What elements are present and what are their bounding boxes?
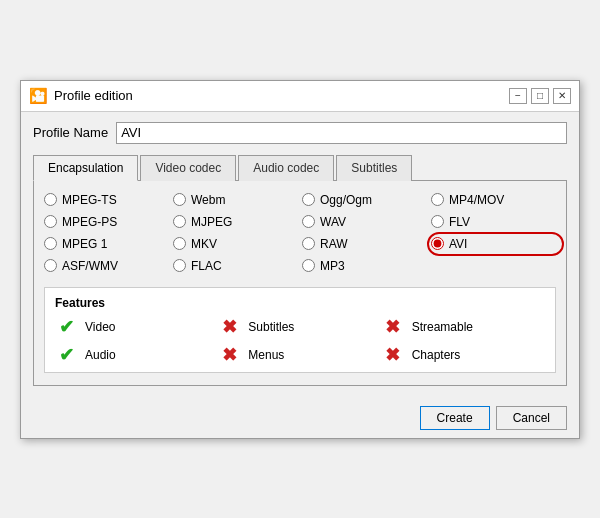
radio-mpeg-ps[interactable]: MPEG-PS <box>44 215 169 229</box>
radio-ogg-ogm[interactable]: Ogg/Ogm <box>302 193 427 207</box>
features-title: Features <box>55 296 545 310</box>
title-bar: 🎦 Profile edition − □ ✕ <box>21 81 579 112</box>
feature-subtitles: ✖ Subtitles <box>218 318 381 336</box>
title-buttons: − □ ✕ <box>509 88 571 104</box>
radio-flv[interactable]: FLV <box>431 215 556 229</box>
profile-name-row: Profile Name <box>33 122 567 144</box>
app-icon: 🎦 <box>29 87 48 105</box>
tab-subtitles[interactable]: Subtitles <box>336 155 412 181</box>
feature-streamable-label: Streamable <box>412 320 473 334</box>
radio-mp4-mov[interactable]: MP4/MOV <box>431 193 556 207</box>
profile-name-label: Profile Name <box>33 125 108 140</box>
main-content: Profile Name Encapsulation Video codec A… <box>21 112 579 396</box>
radio-mkv[interactable]: MKV <box>173 237 298 251</box>
radio-mjpeg[interactable]: MJPEG <box>173 215 298 229</box>
cross-icon: ✖ <box>218 346 240 364</box>
encapsulation-radio-grid: MPEG-TS Webm Ogg/Ogm MP4/MOV MPEG-PS <box>44 193 556 273</box>
feature-menus: ✖ Menus <box>218 346 381 364</box>
feature-streamable: ✖ Streamable <box>382 318 545 336</box>
tabs-header: Encapsulation Video codec Audio codec Su… <box>33 154 567 181</box>
radio-mpeg1[interactable]: MPEG 1 <box>44 237 169 251</box>
feature-video: ✔ Video <box>55 318 218 336</box>
cross-icon: ✖ <box>218 318 240 336</box>
empty-cell <box>431 259 556 273</box>
radio-asf-wmv[interactable]: ASF/WMV <box>44 259 169 273</box>
encapsulation-panel: MPEG-TS Webm Ogg/Ogm MP4/MOV MPEG-PS <box>33 181 567 386</box>
feature-audio-label: Audio <box>85 348 116 362</box>
features-box: Features ✔ Video ✖ Subtitles ✖ Streamabl… <box>44 287 556 373</box>
feature-video-label: Video <box>85 320 115 334</box>
radio-raw[interactable]: RAW <box>302 237 427 251</box>
feature-chapters-label: Chapters <box>412 348 461 362</box>
cross-icon: ✖ <box>382 318 404 336</box>
radio-avi[interactable]: AVI <box>431 237 556 251</box>
close-button[interactable]: ✕ <box>553 88 571 104</box>
profile-edition-window: 🎦 Profile edition − □ ✕ Profile Name Enc… <box>20 80 580 439</box>
cancel-button[interactable]: Cancel <box>496 406 567 430</box>
radio-mp3[interactable]: MP3 <box>302 259 427 273</box>
profile-name-input[interactable] <box>116 122 567 144</box>
check-icon: ✔ <box>55 346 77 364</box>
check-icon: ✔ <box>55 318 77 336</box>
window-title: Profile edition <box>54 88 133 103</box>
radio-webm[interactable]: Webm <box>173 193 298 207</box>
feature-menus-label: Menus <box>248 348 284 362</box>
tab-audio-codec[interactable]: Audio codec <box>238 155 334 181</box>
tab-video-codec[interactable]: Video codec <box>140 155 236 181</box>
minimize-button[interactable]: − <box>509 88 527 104</box>
bottom-bar: Create Cancel <box>21 396 579 438</box>
radio-flac[interactable]: FLAC <box>173 259 298 273</box>
feature-audio: ✔ Audio <box>55 346 218 364</box>
feature-subtitles-label: Subtitles <box>248 320 294 334</box>
radio-mpeg-ts[interactable]: MPEG-TS <box>44 193 169 207</box>
features-grid: ✔ Video ✖ Subtitles ✖ Streamable ✔ Audio <box>55 318 545 364</box>
create-button[interactable]: Create <box>420 406 490 430</box>
feature-chapters: ✖ Chapters <box>382 346 545 364</box>
tab-encapsulation[interactable]: Encapsulation <box>33 155 138 181</box>
cross-icon: ✖ <box>382 346 404 364</box>
radio-wav[interactable]: WAV <box>302 215 427 229</box>
maximize-button[interactable]: □ <box>531 88 549 104</box>
title-bar-left: 🎦 Profile edition <box>29 87 133 105</box>
